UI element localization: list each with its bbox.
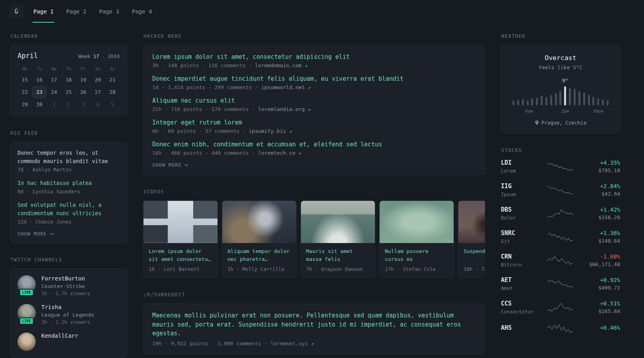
calendar-day: 19 <box>76 74 91 86</box>
calendar-day: 21 <box>105 74 120 86</box>
twitch-category[interactable]: Counter-Strike <box>41 283 90 289</box>
video-title[interactable]: Lorem ipsum dolor sit amet consectetu… <box>149 247 212 263</box>
stock-price: $156.28 <box>582 214 620 220</box>
location-pin-icon <box>535 120 539 125</box>
stock-id: SNRC Sit <box>501 230 538 244</box>
video-title[interactable]: Mauris sit amet massa felis <box>306 247 370 263</box>
twitch-channel-name[interactable]: KendallCarr <box>41 333 78 339</box>
stock-change: -1.00% <box>582 253 620 260</box>
weather-hour-bar <box>522 99 524 105</box>
hn-item-title[interactable]: Integer eget rutrum lorem <box>152 119 476 127</box>
stock-row[interactable]: DBS Dolor +1.42% $156.28 <box>501 206 620 221</box>
calendar-day-header: Th <box>61 64 76 73</box>
widget-title-subreddit: /R/SUBREDDIT <box>144 292 485 298</box>
stock-name: Lorem <box>501 168 538 174</box>
hn-item-title[interactable]: Donec imperdiet augue tincidunt felis al… <box>152 75 476 83</box>
stock-id: DBS Dolor <box>501 206 538 221</box>
video-title[interactable]: Aliquam tempor dolor nec pharetra… <box>227 247 291 263</box>
twitch-meta: 3h · 1.2k viewers <box>41 319 94 325</box>
rss-item-meta: 8d · Cynthia Saunders <box>17 189 120 195</box>
hn-item-meta: 1d · 1,414 points · 299 comments · ipsum… <box>152 84 476 90</box>
stock-values: +0.46% <box>582 325 620 333</box>
calendar-day: 2 <box>61 99 76 110</box>
stock-price: $66,171.48 <box>582 261 620 267</box>
calendar-month: April <box>17 52 38 60</box>
stock-change: +1.36% <box>582 230 620 236</box>
video-thumbnail[interactable] <box>380 201 454 243</box>
twitch-card: LIVE ForrestBurton Counter-Strike 1h · 1… <box>10 268 127 358</box>
video-card-body: Mauris sit amet massa felis 7h · Grayson… <box>301 243 375 277</box>
video-thumbnail[interactable] <box>301 201 375 243</box>
hn-item-title[interactable]: Donec enim nibh, condimentum et accumsan… <box>152 140 476 149</box>
hn-item-title[interactable]: Aliquam nec cursus elit <box>152 97 476 105</box>
stock-row[interactable]: AHS +0.46% <box>501 323 620 334</box>
weather-time-label: 10pm <box>593 109 603 114</box>
calendar-day: 29 <box>17 99 32 110</box>
stock-name: Amet <box>501 285 538 291</box>
video-thumbnail[interactable] <box>458 201 485 243</box>
video-title[interactable]: Suspendisse diam <box>464 247 485 263</box>
calendar-grid: MoTuWeThFrSaSu15161718192021222324252627… <box>17 64 120 110</box>
stock-row[interactable]: AET Amet +0.92% $499.72 <box>501 276 620 291</box>
weather-location-text: Prague, Czechia <box>541 120 586 126</box>
hn-item-title[interactable]: Lorem ipsum dolor sit amet, consectetur … <box>152 53 476 61</box>
stock-name: Sit <box>501 238 538 244</box>
stock-values: +2.84% $42.04 <box>582 183 620 197</box>
weather-hour-bar <box>592 97 594 105</box>
hn-domain-link[interactable]: ipsumify.biz <box>249 128 286 134</box>
weather-hour-bar <box>597 98 599 105</box>
reddit-post-meta: 19h · 9,932 points · 1,090 comments · lo… <box>152 340 476 346</box>
hn-domain-link[interactable]: loremdomain.com <box>255 62 301 68</box>
dashboard-page: { "theme": { "accent": "#6fdab0", "posit… <box>0 0 644 358</box>
calendar-week-number: 17 <box>93 53 99 59</box>
calendar-week-label: Week <box>78 53 90 59</box>
weather-time-axis: 6am 2pm 10pm <box>512 109 609 114</box>
tab-page-3[interactable]: Page 3 <box>98 0 120 23</box>
show-more-label: SHOW MORE <box>152 162 182 168</box>
stock-row[interactable]: SNRC Sit +1.36% $148.64 <box>501 230 620 244</box>
video-thumbnail[interactable] <box>222 201 296 243</box>
video-thumbnail[interactable] <box>144 201 217 243</box>
twitch-channel-row: LIVE Trisha League of Legends 3h · 1.2k … <box>17 304 120 325</box>
stocks-list: LDI Lorem +4.35% $795.18 IIG Ipsum <box>501 159 620 334</box>
hn-domain-link[interactable]: loremlandia.org <box>258 106 305 112</box>
rss-item-title[interactable]: In hac habitasse platea <box>17 179 120 187</box>
hn-show-more-button[interactable]: SHOW MORE <box>152 162 188 168</box>
stock-row[interactable]: CCS Consectetur +0.51% $165.84 <box>501 300 620 315</box>
stock-row[interactable]: CRN Bitcorn -1.00% $66,171.48 <box>501 253 620 268</box>
reddit-post-title[interactable]: Maecenas mollis pulvinar erat non posuer… <box>152 311 476 338</box>
stock-values: +1.36% $148.64 <box>582 230 620 244</box>
stock-symbol: SNRC <box>501 230 538 237</box>
reddit-domain-link[interactable]: loremnet.xyz <box>270 340 308 346</box>
twitch-channel-name[interactable]: ForrestBurton <box>41 275 90 282</box>
stock-row[interactable]: IIG Ipsum +2.84% $42.04 <box>501 183 620 197</box>
hn-domain-link[interactable]: ipsumworld.net <box>261 84 305 90</box>
rss-item-title[interactable]: Sed volutpat nulla nisl, a condimentum n… <box>17 201 120 218</box>
rss-widget: RSS FEED Donec tempor eros leo, ut commo… <box>10 130 127 243</box>
stock-sparkline <box>538 185 582 195</box>
hn-item: Lorem ipsum dolor sit amet, consectetur … <box>152 53 476 68</box>
twitch-category[interactable]: League of Legends <box>41 312 94 318</box>
tab-page-1[interactable]: Page 1 <box>33 0 54 23</box>
stock-values: +1.42% $156.28 <box>582 206 620 220</box>
calendar-card: April Week 17 · 2024 MoTuWeThFrSaSu15161… <box>10 45 127 116</box>
video-card: Mauris sit amet massa felis 7h · Grayson… <box>301 200 375 278</box>
rss-item-title[interactable]: Donec tempor eros leo, ut commodo mauris… <box>17 149 120 165</box>
hn-domain-link[interactable]: loremtech.co <box>258 150 295 156</box>
tab-page-2[interactable]: Page 2 <box>66 0 87 23</box>
widget-title-hacker-news: HACKER NEWS <box>144 33 485 39</box>
tab-page-4[interactable]: Page 4 <box>131 0 153 23</box>
video-card-body: Aliquam tempor dolor nec pharetra… 1h · … <box>222 243 296 277</box>
external-link-icon: ↗ <box>289 128 292 134</box>
rss-show-more-button[interactable]: SHOW MORE <box>17 231 54 237</box>
stock-row[interactable]: LDI Lorem +4.35% $795.18 <box>501 159 620 174</box>
weather-location: Prague, Czechia <box>509 120 612 126</box>
calendar-day-current: 23 <box>32 86 47 98</box>
calendar-day: 17 <box>47 74 61 86</box>
twitch-channel-name[interactable]: Trisha <box>41 304 94 310</box>
video-card-body: Suspendisse diam 18h · Tara <box>458 243 485 277</box>
hn-item: Donec enim nibh, condimentum et accumsan… <box>152 140 476 156</box>
avatar[interactable] <box>17 333 36 351</box>
video-title[interactable]: Nullam posuere cursus ex <box>385 247 448 263</box>
twitch-avatar-wrap: LIVE <box>17 275 36 294</box>
